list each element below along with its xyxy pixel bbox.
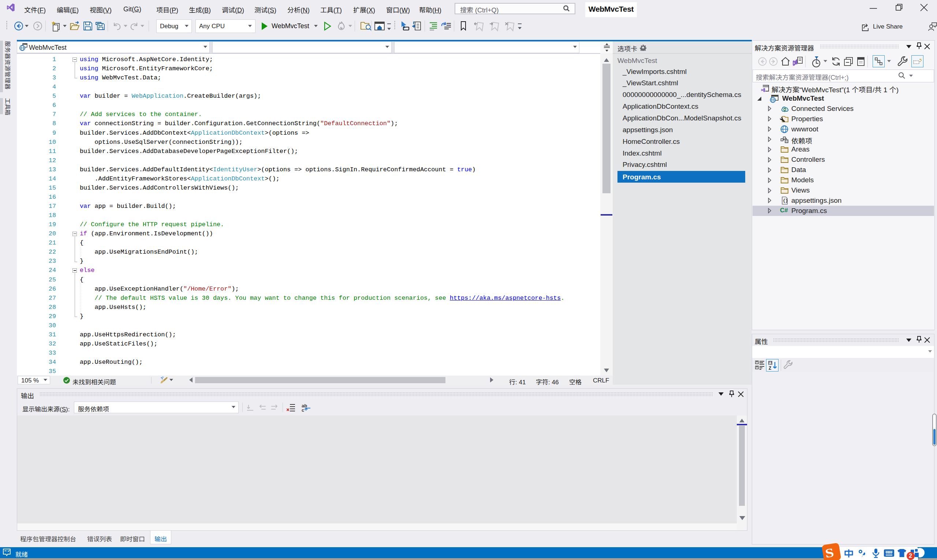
svg-text:A: A (769, 361, 771, 365)
svg-text:Z: Z (769, 366, 771, 371)
svg-text:{}: {} (783, 198, 788, 203)
svg-text:c: c (302, 408, 304, 412)
